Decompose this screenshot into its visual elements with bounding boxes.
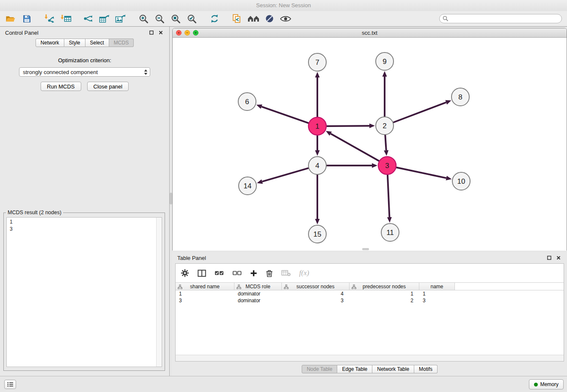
import-network-button[interactable] <box>41 12 58 25</box>
float-table-panel-button[interactable] <box>546 254 553 261</box>
graph-edge-1-2[interactable] <box>326 126 369 126</box>
table-cell: 1 <box>176 291 234 297</box>
graph-edge-arrowhead <box>257 179 263 184</box>
graph-node-label: 10 <box>457 177 465 185</box>
panel-splitter-thumb[interactable] <box>170 193 172 204</box>
minimize-window-button[interactable] <box>184 30 190 36</box>
delete-table-icon <box>281 270 291 276</box>
graph-edge-arrowhead <box>315 150 320 156</box>
table-panel-tabs: Node Table Edge Table Network Table Moti… <box>172 365 567 373</box>
table-row[interactable]: 3dominator323 <box>176 297 564 304</box>
show-graphics-details-button[interactable] <box>278 12 294 25</box>
delete-column-button[interactable] <box>266 267 273 279</box>
mcds-result-list[interactable]: 1 3 <box>6 217 162 367</box>
tab-network-table[interactable]: Network Table <box>372 365 414 373</box>
show-panels-button[interactable] <box>4 380 16 389</box>
graph-edge-1-6[interactable] <box>261 107 309 123</box>
graph-node-label: 8 <box>458 93 462 101</box>
zoom-fit-button[interactable] <box>168 12 184 25</box>
network-window-titlebar[interactable]: scc.txt <box>173 28 567 38</box>
copy-network-icon <box>232 14 242 23</box>
graph-edge-2-3[interactable] <box>385 135 386 150</box>
zoom-out-button[interactable] <box>151 12 168 25</box>
graph-edge-arrowhead <box>384 150 388 156</box>
close-panel-action-button[interactable]: Close panel <box>87 82 129 91</box>
table-cell: 3 <box>419 298 455 304</box>
close-panel-button[interactable] <box>157 29 164 36</box>
refresh-button[interactable] <box>206 12 223 25</box>
tab-mcds[interactable]: MCDS <box>109 39 134 47</box>
export-table-button[interactable] <box>96 12 113 25</box>
network-canvas[interactable]: 7968124314101511 <box>173 38 567 251</box>
function-builder-button[interactable]: f(x) <box>299 267 309 279</box>
criterion-select[interactable]: strongly connected component <box>19 67 150 77</box>
open-session-button[interactable] <box>3 12 19 25</box>
select-all-button[interactable] <box>215 267 224 279</box>
table-settings-button[interactable] <box>181 267 189 279</box>
control-panel: Control Panel Network Style Select MCDS … <box>0 27 170 376</box>
table-row[interactable]: 1dominator411 <box>176 290 564 297</box>
tab-node-table[interactable]: Node Table <box>302 365 338 373</box>
export-network-button[interactable] <box>80 12 96 25</box>
run-mcds-button[interactable]: Run MCDS <box>41 82 81 91</box>
column-header-mcds-role[interactable]: MCDS role <box>234 283 282 290</box>
tab-select[interactable]: Select <box>85 39 109 47</box>
network-window-title: scc.txt <box>362 30 377 36</box>
search-input[interactable] <box>451 16 559 22</box>
delete-table-button[interactable] <box>281 267 291 279</box>
graph-edge-3-11[interactable] <box>388 174 390 217</box>
close-table-panel-button[interactable] <box>555 254 562 261</box>
search-field[interactable] <box>439 14 562 23</box>
zoom-window-button[interactable] <box>193 30 198 36</box>
column-header-successor-nodes[interactable]: successor nodes <box>282 283 350 290</box>
float-panel-button[interactable] <box>148 29 155 36</box>
table-cell: dominator <box>234 298 282 304</box>
table-panel: Table Panel <box>172 252 567 376</box>
column-header-label: MCDS role <box>245 284 270 290</box>
table-hscrollbar[interactable] <box>176 355 564 361</box>
graph-node-label: 11 <box>386 229 394 237</box>
style-button[interactable] <box>261 12 278 25</box>
open-folder-icon <box>6 15 16 23</box>
export-image-button[interactable] <box>113 12 129 25</box>
result-scrollbar[interactable] <box>156 218 162 367</box>
optimization-criterion-label: Optimization criterion: <box>0 57 169 63</box>
copy-network-button[interactable] <box>229 12 245 25</box>
zoom-selected-button[interactable] <box>184 12 200 25</box>
network-hscroll-thumb[interactable] <box>362 248 369 250</box>
column-header-label: shared name <box>190 284 220 290</box>
select-all-icon <box>215 270 224 276</box>
network-overview-button[interactable] <box>245 12 261 25</box>
close-window-button[interactable] <box>176 30 182 36</box>
plus-icon <box>250 270 257 277</box>
column-header-shared-name[interactable]: shared name <box>176 283 234 290</box>
graph-edge-arrowhead <box>372 163 377 168</box>
save-disk-icon <box>23 15 31 23</box>
graph-edge-2-8[interactable] <box>393 102 446 123</box>
save-session-button[interactable] <box>19 12 35 25</box>
add-column-button[interactable] <box>250 267 257 279</box>
tab-edge-table[interactable]: Edge Table <box>337 365 372 373</box>
graph-edge-4-14[interactable] <box>262 168 309 182</box>
zoom-in-icon <box>139 14 149 24</box>
tab-network[interactable]: Network <box>36 39 64 47</box>
table-panel-title: Table Panel <box>177 255 206 261</box>
column-type-icon <box>178 284 182 290</box>
show-columns-button[interactable] <box>198 267 206 279</box>
graph-edge-3-1[interactable] <box>330 134 379 161</box>
memory-button[interactable]: Memory <box>529 379 564 389</box>
close-icon <box>176 30 181 36</box>
column-header-name[interactable]: name <box>419 283 455 290</box>
tab-motifs[interactable]: Motifs <box>414 365 438 373</box>
table-cell: 1 <box>419 291 455 297</box>
deselect-all-button[interactable] <box>232 267 242 279</box>
graph-edge-3-10[interactable] <box>396 167 446 178</box>
table-toolbar: f(x) <box>176 264 564 282</box>
control-panel-title: Control Panel <box>5 30 39 36</box>
zoom-in-button[interactable] <box>135 12 151 25</box>
share-network-icon <box>83 14 94 23</box>
column-type-icon <box>352 284 356 290</box>
column-header-predecessor-nodes[interactable]: predecessor nodes <box>350 283 419 290</box>
import-table-button[interactable] <box>58 12 74 25</box>
tab-style[interactable]: Style <box>64 39 85 47</box>
